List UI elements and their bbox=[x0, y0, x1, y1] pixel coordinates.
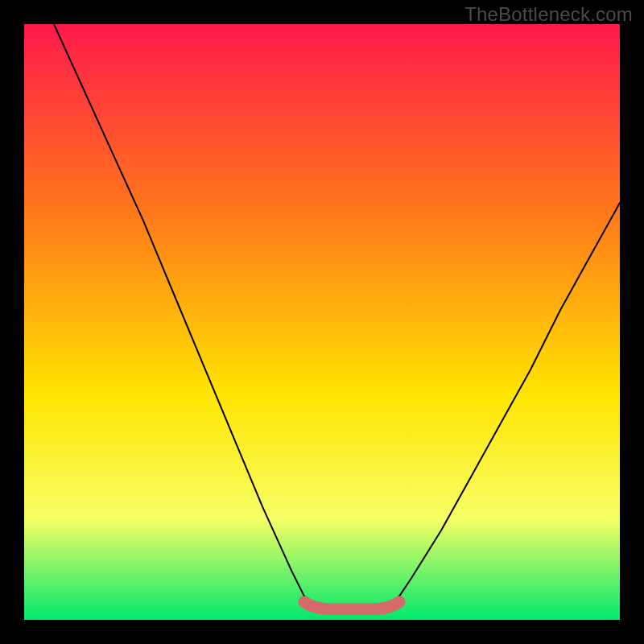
gradient-background bbox=[24, 24, 620, 620]
plot-area bbox=[24, 24, 620, 620]
plot-svg bbox=[24, 24, 620, 620]
watermark-text: TheBottleneck.com bbox=[464, 3, 633, 26]
chart-frame: TheBottleneck.com bbox=[0, 0, 644, 644]
